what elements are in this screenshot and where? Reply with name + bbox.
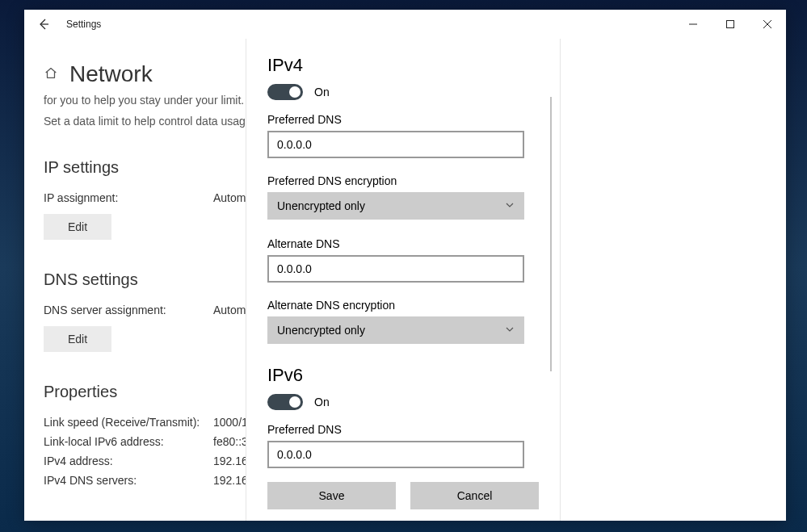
chevron-down-icon <box>505 199 515 212</box>
ip-edit-button[interactable]: Edit <box>44 214 111 240</box>
dialog-actions: Save Cancel <box>246 475 560 521</box>
close-button[interactable] <box>749 10 786 39</box>
ipv6-preferred-dns-input[interactable] <box>267 441 524 468</box>
svg-rect-0 <box>727 21 734 28</box>
ipv6-toggle-label: On <box>314 396 330 408</box>
minimize-icon <box>689 20 697 28</box>
ipv4-alternate-dns-label: Alternate DNS <box>267 237 539 250</box>
titlebar: Settings <box>24 10 786 39</box>
ipv4-preferred-dns-input[interactable] <box>267 131 524 158</box>
ipv4-alternate-encryption-value: Unencrypted only <box>277 324 365 337</box>
titlebar-title: Settings <box>66 19 101 30</box>
ipv4-preferred-encryption-select[interactable]: Unencrypted only <box>267 192 524 220</box>
back-arrow-icon <box>37 18 50 31</box>
cancel-button[interactable]: Cancel <box>410 482 539 509</box>
dialog-scrollbar[interactable] <box>550 97 552 371</box>
ipv4-alternate-encryption-label: Alternate DNS encryption <box>267 299 539 312</box>
ipv6-preferred-dns-label: Preferred DNS <box>267 423 539 436</box>
chevron-down-icon <box>505 324 515 337</box>
ipv4-alternate-encryption-select[interactable]: Unencrypted only <box>267 316 524 344</box>
settings-window: Settings Network for you to help you sta… <box>24 10 786 521</box>
dns-edit-button[interactable]: Edit <box>44 326 111 352</box>
property-label: IPv4 address: <box>44 455 213 467</box>
property-label: Link-local IPv6 address: <box>44 435 213 448</box>
ipv6-toggle[interactable] <box>267 394 303 410</box>
ipv4-alternate-dns-input[interactable] <box>267 255 524 283</box>
property-label: IPv4 DNS servers: <box>44 474 213 487</box>
dialog-body: IPv4 On Preferred DNS Preferred DNS encr… <box>246 39 560 475</box>
ipv4-toggle[interactable] <box>267 84 303 100</box>
ipv4-preferred-encryption-value: Unencrypted only <box>277 199 365 212</box>
window-controls <box>675 10 786 39</box>
maximize-button[interactable] <box>712 10 749 39</box>
property-label: Link speed (Receive/Transmit): <box>44 416 213 429</box>
close-icon <box>763 20 771 28</box>
ipv4-preferred-encryption-label: Preferred DNS encryption <box>267 174 539 187</box>
page-title: Network <box>69 61 153 87</box>
dns-edit-dialog: IPv4 On Preferred DNS Preferred DNS encr… <box>246 39 561 521</box>
back-button[interactable] <box>27 10 60 39</box>
minimize-button[interactable] <box>675 10 712 39</box>
ipv4-toggle-label: On <box>314 86 330 98</box>
ipv4-preferred-dns-label: Preferred DNS <box>267 113 539 126</box>
home-icon <box>44 65 58 83</box>
maximize-icon <box>726 20 734 28</box>
dns-assignment-label: DNS server assignment: <box>44 304 213 316</box>
ipv4-header: IPv4 <box>267 55 539 76</box>
ip-assignment-label: IP assignment: <box>44 191 213 204</box>
property-value: fe80::3 <box>213 435 248 448</box>
ipv6-header: IPv6 <box>267 365 539 386</box>
save-button[interactable]: Save <box>267 482 396 509</box>
